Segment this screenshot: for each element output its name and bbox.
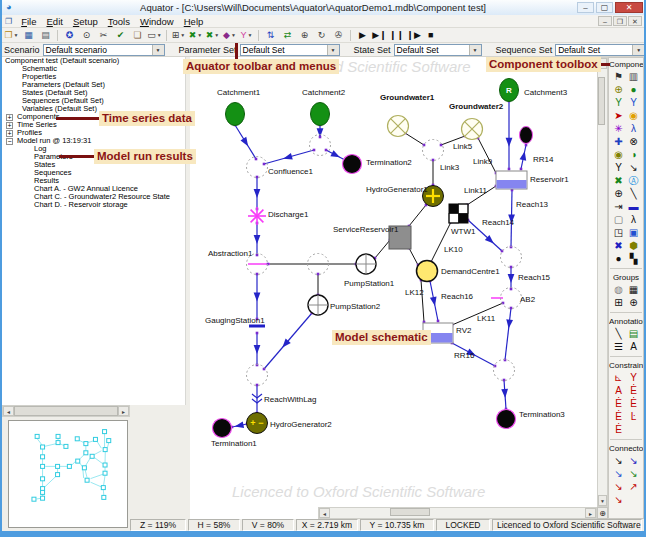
termination-icon[interactable]: ⊗ <box>627 135 641 148</box>
node-termination2[interactable] <box>343 155 362 174</box>
pump-link[interactable] <box>431 222 451 262</box>
edge-handle[interactable] <box>256 332 259 335</box>
turbine-icon[interactable]: ◑ <box>627 148 641 161</box>
tree-item-chart-d-reservoir-storage[interactable]: Chart D. - Reservoir storage <box>2 201 185 209</box>
edge-handle[interactable] <box>510 307 513 310</box>
tree-item-sequences[interactable]: Sequences <box>2 169 185 177</box>
node-junction-f[interactable] <box>494 360 515 381</box>
expand-icon[interactable]: + <box>6 130 13 137</box>
toolbar-swap-button[interactable]: ⇄ <box>279 29 296 42</box>
edge-handle[interactable] <box>256 254 259 257</box>
node-discharge1[interactable] <box>248 207 266 225</box>
toolbar-run-button[interactable]: ▶ <box>354 29 371 42</box>
edge-handle[interactable] <box>510 288 513 291</box>
canvas-horizontal-scrollbar[interactable]: ◄ ► <box>318 507 597 519</box>
combo-arrow-icon[interactable]: ▼ <box>632 45 644 55</box>
edge-handle[interactable] <box>319 136 322 139</box>
toolbar-run-to-button[interactable]: ▶❙ <box>371 29 388 42</box>
menu-help[interactable]: Help <box>179 16 209 27</box>
toolbar-print-button[interactable]: ▤ <box>37 29 54 42</box>
node-junction-e[interactable] <box>501 247 522 268</box>
menu-setup[interactable]: Setup <box>68 16 103 27</box>
group-box-icon[interactable]: ⊞ <box>612 296 626 309</box>
constraint-e2-icon[interactable]: Ė <box>612 397 626 410</box>
schematic-canvas[interactable]: Oxford Scientific Software Licenced to O… <box>190 57 597 507</box>
connector-5-icon[interactable]: ↘ <box>612 480 626 493</box>
scenario-combobox[interactable]: Default scenario▼ <box>43 44 165 56</box>
expand-icon[interactable]: + <box>6 122 13 129</box>
edge-handle[interactable] <box>508 168 511 171</box>
node-junction-d[interactable] <box>423 140 444 161</box>
state-set-combobox[interactable]: Default Set▼ <box>394 44 482 56</box>
pump-link[interactable] <box>375 240 390 258</box>
groundwater-icon[interactable]: ⊕ <box>612 83 626 96</box>
edge-handle[interactable] <box>255 158 258 161</box>
constraint-a-icon[interactable]: A <box>612 384 626 397</box>
menu-edit[interactable]: Edit <box>42 16 68 27</box>
toolbar-validate-button[interactable]: ✔ <box>112 29 129 42</box>
menu-file[interactable]: File <box>16 16 41 27</box>
toolbar-permissions-button[interactable]: ✪ <box>61 29 78 42</box>
scroll-left-icon[interactable]: ◄ <box>3 406 14 416</box>
canvas-vertical-scrollbar[interactable]: ▲ ▼ <box>597 57 608 507</box>
edge-handle[interactable] <box>525 144 528 147</box>
toolbar-step-button[interactable]: ❙▶ <box>405 29 422 42</box>
constraint-y-icon[interactable]: Y <box>627 371 641 384</box>
toolbar-component-button[interactable]: ⊞▼ <box>170 29 187 42</box>
pump-link[interactable] <box>421 280 424 322</box>
node-catchment2[interactable] <box>311 103 330 126</box>
toolbar-snapshot-button[interactable]: ✇ <box>330 29 347 42</box>
node-wtw1[interactable] <box>449 204 468 223</box>
constraint-e3-icon[interactable]: Ė <box>627 397 641 410</box>
toolbar-target-button[interactable]: ⊕ <box>296 29 313 42</box>
maximize-button[interactable]: ▢ <box>596 2 613 13</box>
vscroll-thumb[interactable] <box>598 77 605 125</box>
node-pumpstation2[interactable] <box>308 295 328 315</box>
service-reservoir-icon[interactable]: ▢ <box>612 213 626 226</box>
node-pumpstation1[interactable] <box>356 254 376 274</box>
toolbar-save-button[interactable]: ▦ <box>20 29 37 42</box>
group-cross-icon[interactable]: ⊕ <box>627 296 641 309</box>
menu-tools[interactable]: Tools <box>103 16 135 27</box>
connector-2-icon[interactable]: ↘ <box>627 454 641 467</box>
constraint-e1-icon[interactable]: Ė <box>627 384 641 397</box>
abstraction-icon[interactable]: ➤ <box>612 109 626 122</box>
toolbar-wizard-button[interactable]: Y▼ <box>238 29 255 42</box>
hscroll-thumb[interactable] <box>390 508 430 516</box>
pump-link[interactable] <box>409 248 418 265</box>
pump-link[interactable] <box>478 138 496 173</box>
person-icon[interactable]: λ <box>627 213 641 226</box>
collapse-icon[interactable]: − <box>6 138 13 145</box>
toolbar-cut-button[interactable]: ✂ <box>95 29 112 42</box>
flow-arrow-icon[interactable]: ↘ <box>627 161 641 174</box>
annotation-line-icon[interactable]: ╲ <box>612 327 626 340</box>
edge-handle[interactable] <box>317 273 320 276</box>
sequence-set-combobox[interactable]: Default Set▼ <box>555 44 645 56</box>
constraint-chart-icon[interactable]: ⊾ <box>612 371 626 384</box>
tree-horizontal-scrollbar[interactable]: ◄ ► <box>2 405 130 417</box>
toolbar-find-button[interactable]: ⊙ <box>78 29 95 42</box>
edge-handle[interactable] <box>440 144 443 147</box>
confluence-k-icon[interactable]: Y <box>612 161 626 174</box>
checker-icon[interactable]: ▚ <box>627 252 641 265</box>
group-circle-icon[interactable]: ◍ <box>612 283 626 296</box>
minimize-button[interactable]: – <box>577 2 594 13</box>
node-catchment3[interactable]: R <box>500 79 519 102</box>
timeseries-icon[interactable]: ▥ <box>627 70 641 83</box>
mdi-minimize-button[interactable]: – <box>598 16 612 26</box>
connector-1-icon[interactable]: ↘ <box>612 454 626 467</box>
combo-arrow-icon[interactable]: ▼ <box>469 45 481 55</box>
node-termination3[interactable] <box>497 410 516 429</box>
node-rr14-node[interactable] <box>520 127 533 144</box>
edge-handle[interactable] <box>520 168 523 171</box>
toolbar-refresh-button[interactable]: ↻ <box>313 29 330 42</box>
node-groundwater2[interactable] <box>462 119 483 140</box>
demand-centre-icon[interactable]: ◉ <box>627 109 641 122</box>
connector-3-icon[interactable]: ↘ <box>612 467 626 480</box>
toolbar-image-button[interactable]: ❏ <box>129 29 146 42</box>
constraint-l-icon[interactable]: Ŀ <box>627 410 641 423</box>
edge-handle[interactable] <box>256 384 259 387</box>
expand-icon[interactable]: + <box>6 114 13 121</box>
edge-handle[interactable] <box>263 163 266 166</box>
menu-window[interactable]: Window <box>135 16 179 27</box>
